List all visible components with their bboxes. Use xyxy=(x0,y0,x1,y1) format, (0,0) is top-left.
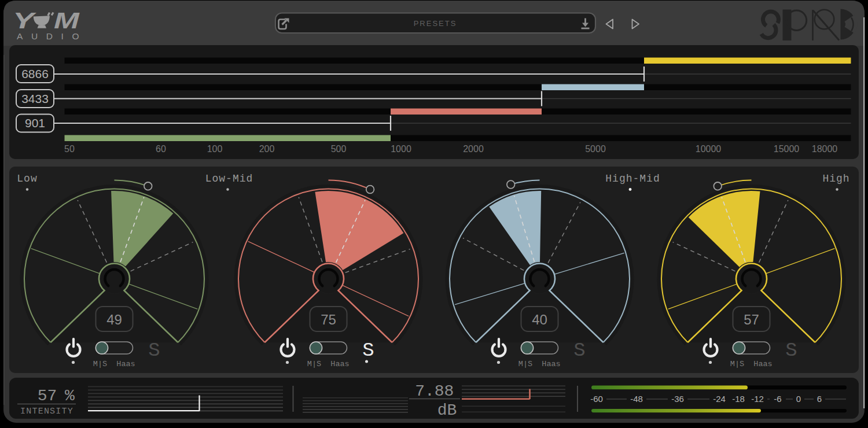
svg-text:901: 901 xyxy=(25,116,45,130)
svg-text:60: 60 xyxy=(156,144,166,154)
svg-text:%: % xyxy=(65,387,75,405)
svg-text:7.88: 7.88 xyxy=(415,382,454,400)
svg-text:Haas: Haas xyxy=(542,360,560,368)
svg-text:S: S xyxy=(573,340,585,361)
svg-text:S: S xyxy=(362,340,374,361)
svg-text:75: 75 xyxy=(321,312,336,327)
svg-text:PRESETS: PRESETS xyxy=(414,19,457,28)
svg-text:57: 57 xyxy=(744,312,759,327)
svg-text:S: S xyxy=(785,340,797,361)
svg-text:-60: -60 xyxy=(590,394,603,404)
svg-text:S: S xyxy=(148,340,160,361)
svg-text:10000: 10000 xyxy=(696,144,722,154)
svg-text:6: 6 xyxy=(817,394,822,404)
svg-text:Haas: Haas xyxy=(753,360,772,368)
svg-text:Y: Y xyxy=(13,8,37,33)
svg-text:-18: -18 xyxy=(732,394,745,404)
svg-text:500: 500 xyxy=(331,144,347,154)
svg-text:200: 200 xyxy=(259,144,275,154)
svg-text:40: 40 xyxy=(532,312,547,327)
svg-text:-12: -12 xyxy=(751,394,764,404)
svg-text:2000: 2000 xyxy=(463,144,484,154)
svg-text:3433: 3433 xyxy=(21,92,49,105)
svg-text:Haas: Haas xyxy=(116,360,135,368)
svg-text:M|S: M|S xyxy=(730,360,744,368)
svg-text:INTENSITY: INTENSITY xyxy=(20,407,73,416)
svg-text:-48: -48 xyxy=(630,394,643,404)
svg-text:M|S: M|S xyxy=(307,360,321,368)
svg-text:50: 50 xyxy=(64,144,75,154)
svg-text:6866: 6866 xyxy=(21,67,49,80)
svg-text:1000: 1000 xyxy=(391,144,411,154)
svg-text:M|S: M|S xyxy=(518,360,532,368)
svg-text:15000: 15000 xyxy=(774,144,800,154)
svg-text:0: 0 xyxy=(796,394,801,404)
svg-text:dB: dB xyxy=(437,401,457,419)
svg-text:100: 100 xyxy=(207,144,223,154)
svg-text:M: M xyxy=(54,9,80,33)
svg-text:High-Mid: High-Mid xyxy=(605,173,660,185)
svg-text:AUDIO: AUDIO xyxy=(17,31,87,41)
svg-text:-24: -24 xyxy=(713,394,726,404)
svg-text:Haas: Haas xyxy=(330,360,349,368)
svg-text:-6: -6 xyxy=(774,394,781,404)
svg-text:57: 57 xyxy=(38,387,57,405)
svg-text:M|S: M|S xyxy=(93,360,107,368)
svg-text:49: 49 xyxy=(106,312,122,327)
svg-text:Low-Mid: Low-Mid xyxy=(205,173,253,185)
svg-text:18000: 18000 xyxy=(812,144,838,154)
svg-text:Low: Low xyxy=(17,173,37,185)
svg-text:High: High xyxy=(822,173,849,185)
svg-text:-36: -36 xyxy=(671,394,684,404)
svg-text:5000: 5000 xyxy=(585,144,606,154)
